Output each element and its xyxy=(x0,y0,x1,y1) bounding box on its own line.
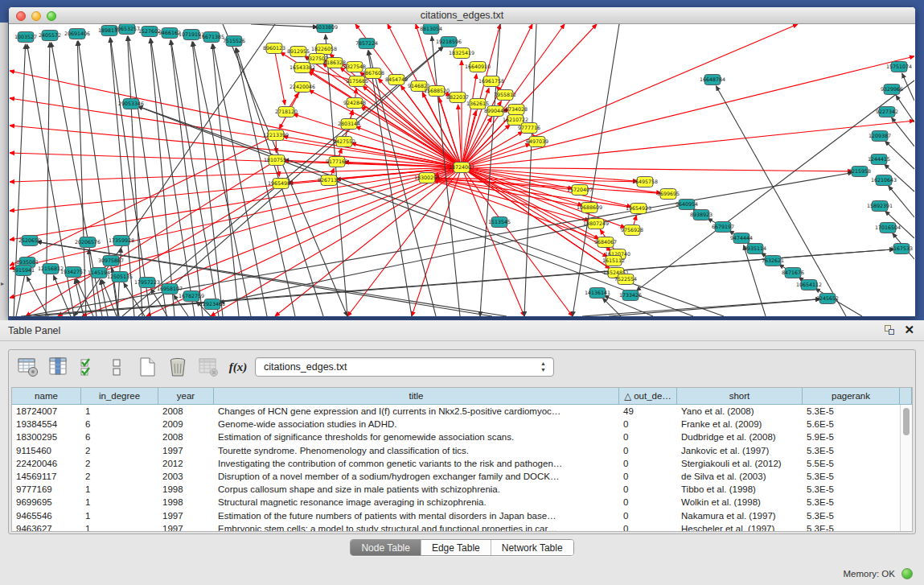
graph-node-20691406[interactable]: 20691406 xyxy=(64,29,90,39)
graph-node-9474444[interactable]: 9474444 xyxy=(730,233,753,244)
graph-node-9684067[interactable]: 9684067 xyxy=(594,237,617,248)
table-row[interactable]: 1872400712008Changes of HCN gene express… xyxy=(12,405,912,418)
graph-node-9466162[interactable]: 9466162 xyxy=(158,28,181,39)
graph-node-17016504[interactable]: 17016504 xyxy=(875,223,901,233)
column-header-out_de[interactable]: △ out_de… xyxy=(619,388,677,405)
graph-node-19654923[interactable]: 19654923 xyxy=(626,204,651,214)
column-header-pagerank[interactable]: pagerank xyxy=(803,388,900,405)
graph-node-18226058[interactable]: 18226058 xyxy=(311,44,337,55)
graph-node-9756928[interactable]: 9756928 xyxy=(621,225,643,236)
table-row[interactable]: 1830029562008Estimation of significance … xyxy=(12,431,912,443)
float-panel-icon[interactable] xyxy=(885,325,895,336)
panel-expand-arrow-icon[interactable]: ▸ xyxy=(1,280,4,287)
graph-node-1527602[interactable]: 1527602 xyxy=(138,27,161,37)
graph-node-8990448[interactable]: 8990448 xyxy=(484,106,507,117)
graph-node-8454749[interactable]: 8454749 xyxy=(385,75,408,85)
graph-node-22420046[interactable]: 22420046 xyxy=(290,82,315,93)
tab-network-table[interactable]: Network Table xyxy=(491,540,573,555)
table-row[interactable]: 2242004622012Investigating the contribut… xyxy=(12,457,912,470)
tab-node-table[interactable]: Node Table xyxy=(351,540,421,555)
graph-node-1244415[interactable]: 1244415 xyxy=(868,154,890,165)
select-all-icon[interactable] xyxy=(78,356,101,378)
scrollbar-thumb[interactable] xyxy=(903,408,910,435)
graph-node-16671385[interactable]: 16671385 xyxy=(199,32,224,43)
graph-node-6497039[interactable]: 6497039 xyxy=(526,137,548,147)
graph-node-1003527[interactable]: 1003527 xyxy=(14,32,37,43)
graph-node-9329966[interactable]: 9329966 xyxy=(881,84,903,95)
delete-column-icon[interactable] xyxy=(166,356,189,378)
graph-node-7955812[interactable]: 7955812 xyxy=(494,90,516,101)
graph-node-16543382[interactable]: 16543382 xyxy=(290,63,315,73)
graph-node-15751074[interactable]: 15751074 xyxy=(886,62,912,72)
column-header-short[interactable]: short xyxy=(677,388,803,405)
graph-node-12923468[interactable]: 12923468 xyxy=(199,299,225,310)
function-builder-icon[interactable]: f(x) xyxy=(226,356,250,378)
graph-node-7632621[interactable]: 7632621 xyxy=(762,256,784,266)
table-row[interactable]: 911546021997Tourette syndrome. Phenomeno… xyxy=(12,444,912,457)
graph-node-8267130[interactable]: 8267130 xyxy=(318,175,340,186)
graph-node-16210643[interactable]: 16210643 xyxy=(871,175,897,186)
graph-node-16961758[interactable]: 16961758 xyxy=(478,76,504,87)
graph-node-9177169[interactable]: 9177169 xyxy=(326,157,348,167)
graph-node-8960123[interactable]: 8960123 xyxy=(263,43,285,54)
table-row[interactable]: 977716911998Corpus callosum shape and si… xyxy=(12,483,912,496)
graph-node-2935114[interactable]: 2935114 xyxy=(744,244,766,254)
graph-node-12505135[interactable]: 12505135 xyxy=(107,272,133,282)
network-view-window[interactable]: citations_edges.txt 18724007896012389129… xyxy=(8,6,916,317)
graph-node-9242848[interactable]: 9242848 xyxy=(343,98,366,109)
table-row[interactable]: 946362711997Embryonic stem cells: a mode… xyxy=(12,522,912,532)
graph-node-18107554[interactable]: 18107554 xyxy=(264,155,290,166)
graph-node-9245652[interactable]: 9245652 xyxy=(816,294,839,304)
graph-node-18325419[interactable]: 18325419 xyxy=(449,48,474,59)
graph-node-1733426[interactable]: 1733426 xyxy=(619,290,642,301)
graph-node-1167533[interactable]: 1167533 xyxy=(890,244,913,254)
graph-node-9427552[interactable]: 9427552 xyxy=(333,137,355,147)
column-header-name[interactable]: name xyxy=(12,388,81,405)
graph-node-12213399[interactable]: 12213399 xyxy=(263,130,289,141)
graph-node-8813054[interactable]: 8813054 xyxy=(420,24,442,35)
table-settings-icon[interactable] xyxy=(17,356,39,378)
window-titlebar[interactable]: citations_edges.txt xyxy=(9,7,915,24)
column-header-in_degree[interactable]: in_degree xyxy=(81,388,158,405)
table-row[interactable]: 1456911722003Disruption of a novel membe… xyxy=(12,470,912,483)
tab-edge-table[interactable]: Edge Table xyxy=(421,540,491,555)
graph-node-8186328[interactable]: 8186328 xyxy=(323,58,346,68)
column-header-year[interactable]: year xyxy=(158,388,214,405)
table-row[interactable]: 1938455462009Genome-wide association stu… xyxy=(12,418,912,431)
graph-node-9175685[interactable]: 9175685 xyxy=(346,76,368,87)
column-visibility-icon[interactable] xyxy=(47,356,70,378)
graph-node-16648784[interactable]: 16648784 xyxy=(700,75,725,85)
close-panel-icon[interactable]: ✕ xyxy=(904,323,914,337)
graph-node-19218596[interactable]: 19218596 xyxy=(436,37,462,47)
graph-node-16640910[interactable]: 16640910 xyxy=(465,62,491,72)
graph-node-8215958[interactable]: 8215958 xyxy=(848,167,871,177)
graph-node-2718120[interactable]: 2718120 xyxy=(275,107,298,117)
table-selector-dropdown[interactable]: citations_edges.txt ▲▼ xyxy=(255,357,554,377)
unselect-rows-icon[interactable] xyxy=(105,356,128,378)
graph-node-17359928[interactable]: 17359928 xyxy=(109,236,134,246)
graph-node-9227342[interactable]: 9227342 xyxy=(876,107,898,117)
graph-node-8822037[interactable]: 8822037 xyxy=(446,93,469,103)
column-header-title[interactable]: title xyxy=(214,388,619,405)
table-row[interactable]: 969969511998Structural magnetic resonanc… xyxy=(12,496,912,509)
graph-node-19342757[interactable]: 19342757 xyxy=(60,267,86,278)
graph-node-7522554[interactable]: 7522554 xyxy=(614,274,637,285)
new-column-icon[interactable] xyxy=(136,356,158,378)
graph-node-6734028[interactable]: 6734028 xyxy=(505,105,528,115)
graph-node-9777716[interactable]: 9777716 xyxy=(518,123,540,134)
graph-node-7857224[interactable]: 7857224 xyxy=(355,39,378,49)
graph-node-2803144[interactable]: 2803144 xyxy=(338,119,360,130)
graph-node-2867608[interactable]: 2867608 xyxy=(362,68,384,79)
memory-status-icon[interactable] xyxy=(901,568,913,579)
table-row[interactable]: 946554611997Estimation of the future num… xyxy=(12,509,912,522)
table-panel-header[interactable]: Table Panel ✕ xyxy=(0,320,924,341)
graph-node-8938923[interactable]: 8938923 xyxy=(690,210,713,220)
graph-node-15720407[interactable]: 15720407 xyxy=(567,185,593,196)
graph-node-9699695[interactable]: 9699695 xyxy=(657,189,680,200)
table-vertical-scrollbar[interactable] xyxy=(900,405,912,531)
network-canvas[interactable]: 1872400789601238912955182260589327503165… xyxy=(10,24,914,316)
graph-node-1209387[interactable]: 1209387 xyxy=(869,131,891,142)
graph-node-15892391[interactable]: 15892391 xyxy=(867,201,893,212)
graph-node-19654983[interactable]: 19654983 xyxy=(268,179,294,189)
graph-node-10654112[interactable]: 10654112 xyxy=(796,280,822,290)
